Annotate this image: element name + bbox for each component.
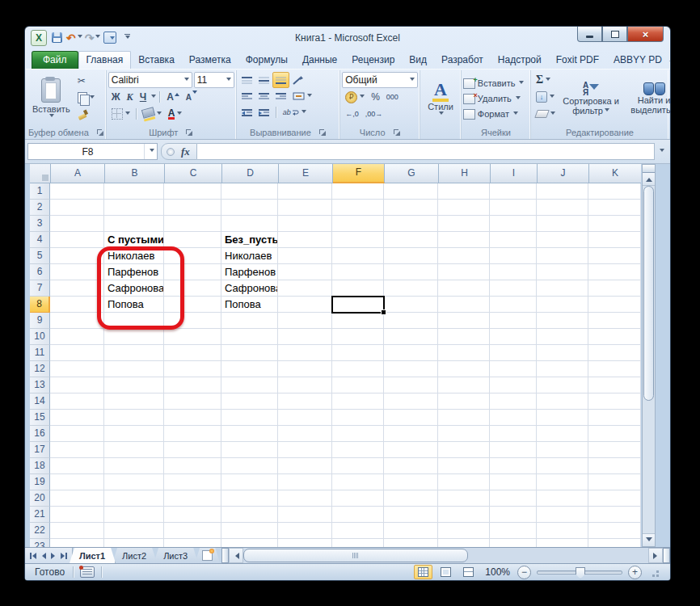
horizontal-scroll-track[interactable] [243,548,648,563]
vertical-scrollbar[interactable] [642,164,656,547]
merge-center-button[interactable] [289,88,315,104]
row-header-7[interactable]: 7 [30,280,50,297]
align-bottom-button[interactable] [272,72,289,88]
cell-J15[interactable] [537,410,588,426]
cell-K22[interactable] [588,523,641,539]
cell-D19[interactable] [221,474,278,490]
cell-F3[interactable] [332,216,384,232]
ribbon-tab-главная[interactable]: Главная [78,51,132,69]
vertical-scroll-track[interactable] [643,401,655,533]
cell-A12[interactable] [50,361,104,377]
font-size-combo[interactable]: 11 [194,72,234,88]
cell-D15[interactable] [221,410,278,426]
cell-J14[interactable] [537,393,588,410]
horizontal-scrollbar[interactable] [221,548,670,563]
cell-D16[interactable] [221,426,278,442]
zoom-out-button[interactable]: − [517,566,531,579]
cell-I10[interactable] [490,329,537,345]
column-header-F[interactable]: F [333,164,385,183]
ribbon-tab-foxit-pdf[interactable]: Foxit PDF [549,52,606,69]
cell-B14[interactable] [104,393,164,410]
cell-C21[interactable] [164,507,221,523]
cell-F6[interactable] [332,264,384,280]
cell-A1[interactable] [50,183,104,200]
insert-sheet-tab[interactable] [195,548,220,563]
zoom-level[interactable]: 100% [485,566,510,578]
cell-A20[interactable] [50,490,104,507]
cell-D4[interactable]: Без_пустых [221,232,278,248]
zoom-in-button[interactable]: + [628,566,642,579]
italic-button[interactable]: К [124,89,137,105]
cell-K14[interactable] [588,393,641,410]
cell-A7[interactable] [50,280,104,297]
cell-C20[interactable] [164,490,221,507]
cell-G21[interactable] [384,507,438,523]
cell-A22[interactable] [50,523,104,539]
cell-J11[interactable] [537,345,588,361]
cell-F12[interactable] [332,361,384,377]
cell-F11[interactable] [332,345,384,361]
cell-F14[interactable] [332,393,384,410]
row-header-18[interactable]: 18 [30,458,50,474]
cell-A23[interactable] [50,539,104,547]
cell-I20[interactable] [490,490,537,507]
cell-I5[interactable] [490,248,537,264]
cell-I7[interactable] [490,280,537,297]
cell-J21[interactable] [537,507,588,523]
cell-J6[interactable] [537,264,588,280]
cell-K21[interactable] [588,507,641,523]
cell-J12[interactable] [537,361,588,377]
cell-F23[interactable] [332,539,384,547]
font-color-button[interactable]: А [165,106,186,122]
cell-B17[interactable] [104,442,164,458]
cell-H14[interactable] [438,393,490,410]
bold-button[interactable]: Ж [108,89,124,105]
row-header-10[interactable]: 10 [30,329,50,345]
align-center-button[interactable] [255,88,272,104]
cell-G8[interactable] [384,297,438,313]
cell-C15[interactable] [164,410,221,426]
scroll-up-button[interactable] [643,173,655,186]
cell-K6[interactable] [588,264,641,280]
wrap-text-button[interactable]: ab [280,104,310,120]
cell-K13[interactable] [588,377,641,393]
shrink-font-button[interactable]: А [183,89,200,105]
cell-H6[interactable] [438,264,490,280]
font-name-combo[interactable]: Calibri [108,72,192,88]
cell-K8[interactable] [588,297,641,313]
cell-E11[interactable] [278,345,332,361]
cell-E3[interactable] [278,216,332,232]
cell-I9[interactable] [490,313,537,329]
percent-style-button[interactable]: % [368,89,383,105]
cell-K2[interactable] [588,200,641,216]
cell-H23[interactable] [438,539,490,547]
cell-H20[interactable] [438,490,490,507]
cell-I17[interactable] [490,442,537,458]
cell-F5[interactable] [332,248,384,264]
underline-dropdown-arrow[interactable] [151,95,156,100]
cell-I15[interactable] [490,410,537,426]
horizontal-scroll-thumb[interactable] [243,549,467,562]
cell-E6[interactable] [278,264,332,280]
column-header-K[interactable]: K [589,164,641,183]
cell-C4[interactable] [164,232,221,248]
cell-C13[interactable] [164,377,221,393]
cell-I19[interactable] [490,474,537,490]
cell-B11[interactable] [104,345,164,361]
cell-F2[interactable] [332,200,384,216]
find-select-button[interactable]: Найти и выделить [623,71,671,126]
cell-J8[interactable] [537,297,588,313]
increase-indent-button[interactable] [255,104,272,120]
cell-K9[interactable] [588,313,641,329]
number-dialog-launcher[interactable] [394,129,401,137]
cell-E4[interactable] [278,232,332,248]
cell-C17[interactable] [164,442,221,458]
cell-D3[interactable] [221,216,278,232]
cell-D8[interactable]: Попова [221,297,278,313]
cell-A21[interactable] [50,507,104,523]
cell-A15[interactable] [50,410,104,426]
row-header-14[interactable]: 14 [30,393,50,410]
cell-I22[interactable] [490,523,537,539]
first-sheet-button[interactable] [30,553,36,559]
align-top-button[interactable] [238,72,255,88]
